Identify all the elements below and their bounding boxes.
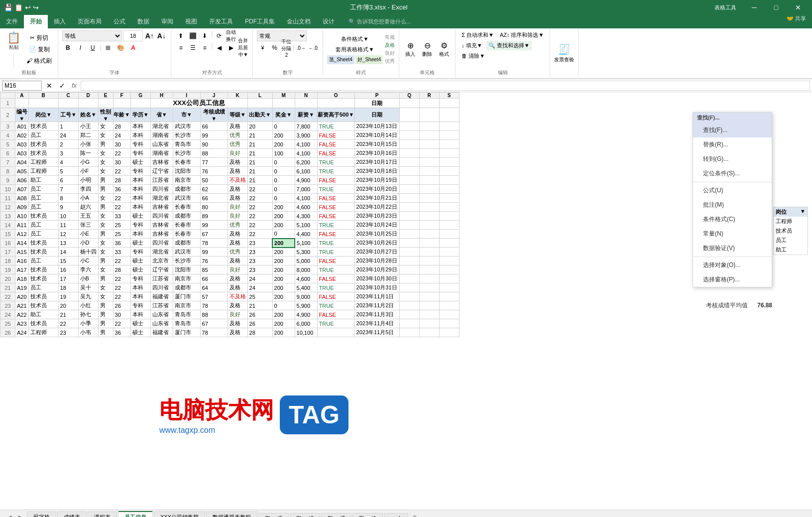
table-cell[interactable]: FALSE [317,274,354,283]
table-cell[interactable]: A23 [15,319,29,328]
table-cell[interactable]: 女 [98,248,113,257]
table-cell[interactable]: A21 [15,301,29,310]
indent-decrease[interactable]: ◀ [214,42,225,53]
table-cell[interactable]: A02 [15,131,29,140]
table-cell[interactable]: 3 [58,149,78,158]
table-cell[interactable]: 100 [272,149,295,158]
menu-item-select-objects[interactable]: 选择对象(O)... [693,258,772,272]
table-cell[interactable]: 长沙市 [173,149,200,158]
table-cell[interactable]: 优秀 [228,221,247,230]
table-cell[interactable]: 77 [200,158,228,167]
table-cell[interactable]: 2023年10月31日 [354,283,399,292]
table-cell[interactable]: 0 [272,194,295,203]
table-cell[interactable]: 男 [98,257,113,265]
table-cell[interactable]: 90 [200,140,228,149]
percent-button[interactable]: % [269,42,280,53]
table-cell[interactable]: 22 [247,203,272,212]
decimal-increase[interactable]: .0→ [296,42,307,53]
table-cell[interactable]: 0 [272,167,295,176]
table-cell[interactable]: 男 [98,310,113,319]
table-cell[interactable]: 赵六 [78,203,98,212]
table-cell[interactable]: 4,300 [295,212,317,221]
align-top[interactable]: ⬆ [175,30,186,41]
table-cell[interactable]: 良好 [228,310,247,319]
table-cell[interactable]: 技术员 [28,301,58,310]
table-cell[interactable]: 吉林省 [150,158,173,167]
table-cell[interactable]: 200 [272,257,295,265]
table-cell[interactable]: FALSE [317,194,354,203]
table-cell[interactable]: 10,100 [295,328,317,337]
table-cell[interactable]: A14 [15,239,29,248]
table-cell[interactable]: 员工 [28,221,58,230]
table-cell[interactable]: 小红 [78,301,98,310]
table-cell[interactable]: TRUE [317,239,354,248]
table-cell[interactable]: 硕士 [130,328,150,337]
spreadsheet-container[interactable]: A B C D E F G H I J K L M N O P Q [0,92,812,510]
tab-page-layout[interactable]: 页面布局 [72,15,108,28]
add-sheet-button[interactable]: ⊕ [409,513,420,517]
font-size-input[interactable] [123,30,143,41]
table-cell[interactable]: 89 [200,212,228,221]
pos-worker[interactable]: 员工 [774,236,808,245]
table-cell[interactable]: 小韦 [78,328,98,337]
find-select-button[interactable]: 🔍 查找和选择▼ [486,41,532,50]
share-button[interactable]: 🤝 共享 [781,15,812,28]
tab-design[interactable]: 设计 [317,15,341,28]
table-cell[interactable]: 1 [58,122,78,131]
table-cell[interactable]: 23 [247,248,272,257]
table-cell[interactable]: 专科 [130,221,150,230]
table-cell[interactable]: 0 [272,122,295,131]
table-cell[interactable]: 李六 [78,265,98,274]
table-cell[interactable]: FALSE [317,292,354,301]
table-cell[interactable]: 男 [98,301,113,310]
menu-item-comments[interactable]: 批注(M) [693,198,772,212]
table-cell[interactable]: 员工 [28,283,58,292]
table-cell[interactable]: TRUE [317,158,354,167]
table-cell[interactable]: 四川省 [150,283,173,292]
table-cell[interactable]: TRUE [317,221,354,230]
align-middle[interactable]: ⬛ [187,30,198,41]
table-cell[interactable]: A03 [15,140,29,149]
table-cell[interactable]: 江苏省 [150,176,173,185]
table-cell[interactable]: 4,100 [295,194,317,203]
table-cell[interactable]: 24 [247,283,272,292]
table-cell[interactable]: 2023年10月22日 [354,203,399,212]
table-cell[interactable]: 孙七 [78,310,98,319]
table-cell[interactable]: 22 [247,212,272,221]
table-cell[interactable]: 工程师 [28,158,58,167]
table-cell[interactable]: 22 [247,194,272,203]
table-cell[interactable]: 30 [113,140,130,149]
table-cell[interactable]: A16 [15,257,29,265]
table-cell[interactable]: 吉林省 [150,221,173,230]
table-cell[interactable]: 及格 [228,194,247,203]
table-cell[interactable]: 0 [272,301,295,310]
table-cell[interactable]: 女 [98,167,113,176]
merge-center[interactable]: 合并后居中▼ [237,42,248,53]
table-cell[interactable]: 小F [78,167,98,176]
table-cell[interactable]: 5,000 [295,257,317,265]
tab-formula[interactable]: 公式 [108,15,131,28]
font-grow-button[interactable]: A↑ [144,30,155,41]
table-cell[interactable]: 200 [272,274,295,283]
table-cell[interactable]: A03 [15,149,29,158]
table-cell[interactable]: 66 [200,194,228,203]
table-cell[interactable]: 78 [200,301,228,310]
align-right[interactable]: ≡ [199,42,210,53]
table-cell[interactable]: 22 [113,203,130,212]
table-cell[interactable]: 67 [200,319,228,328]
table-cell[interactable]: 4,100 [295,149,317,158]
table-cell[interactable]: 2023年10月28日 [354,257,399,265]
table-cell[interactable]: 25 [247,292,272,301]
tab-employee[interactable]: 员工信息 [118,511,153,517]
table-cell[interactable]: 郑二 [78,131,98,140]
table-cell[interactable]: 22 [113,257,130,265]
tab-pivot[interactable]: 数据透视表教程 [206,512,257,517]
table-cell[interactable]: 男 [98,328,113,337]
menu-item-find[interactable]: 查找(F)... [693,123,772,137]
table-cell[interactable]: 2023年11月4日 [354,319,399,328]
table-cell[interactable]: 员工 [28,257,58,265]
table-cell[interactable]: 17 [58,274,78,283]
tab-home[interactable]: 开始 [24,15,48,28]
table-cell[interactable]: 青岛市 [173,319,200,328]
table-cell[interactable]: 19 [58,292,78,301]
